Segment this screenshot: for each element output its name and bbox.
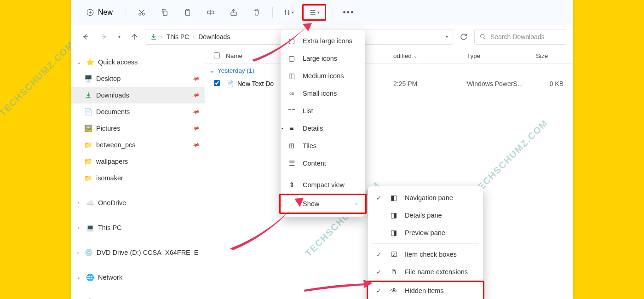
delete-button[interactable] (247, 4, 266, 21)
sidebar-dvd[interactable]: ›💿DVD Drive (D:) CCSA_X64FRE_EN-US_D (71, 244, 205, 261)
chevron-down-icon: ⌄ (414, 53, 417, 58)
separator (272, 7, 273, 18)
menu-label: Large icons (303, 55, 337, 62)
search-input[interactable]: Search Downloads (474, 29, 566, 45)
rename-button[interactable] (201, 4, 220, 21)
menu-tiles[interactable]: ⊞Tiles (281, 137, 365, 155)
back-button[interactable] (78, 29, 93, 45)
menu-md-icons[interactable]: ◫Medium icons (281, 67, 365, 85)
menu-preview-pane[interactable]: ◨Preview pane (368, 224, 483, 242)
sidebar-folder-between-pcs[interactable]: 📁between_pcs📌 (71, 137, 205, 153)
menu-separator (372, 243, 479, 244)
content-icon: ☰ (287, 160, 296, 167)
menu-label: File name extensions (405, 268, 468, 276)
collapse-icon: ⌄ (75, 59, 82, 65)
paste-button[interactable] (178, 4, 197, 21)
rename-icon (207, 8, 215, 17)
pc-icon: 💻 (86, 224, 94, 232)
breadcrumb-root[interactable]: This PC (167, 33, 190, 40)
md-icons-icon: ◫ (287, 72, 296, 80)
menu-content[interactable]: ☰Content (281, 155, 365, 172)
menu-hidden-items[interactable]: ✓👁Hidden items (367, 281, 484, 299)
menu-list[interactable]: ≡≡List (281, 102, 365, 120)
file-icon: 🗎 (389, 268, 398, 276)
sort-icon (283, 9, 291, 16)
column-type[interactable]: Type (467, 52, 536, 59)
menu-label: Preview pane (405, 229, 445, 236)
file-type: Windows PowerS... (467, 80, 536, 87)
menu-show[interactable]: Show› (279, 194, 367, 214)
sidebar-quick-access[interactable]: ⌄ ⭐ Quick access (71, 54, 205, 70)
sidebar-label: Desktop (96, 75, 121, 82)
column-date-label: odified (393, 52, 412, 59)
sort-button[interactable]: ▾ (279, 4, 298, 21)
chevron-right-icon: › (193, 34, 195, 40)
column-headers: Name odified⌄ Type Size (205, 48, 573, 64)
sidebar-folder-wallpapers[interactable]: 📁wallpapers (71, 153, 205, 170)
sidebar-network[interactable]: ›🌐Network (71, 269, 205, 286)
file-date: 2:25 PM (393, 80, 467, 87)
up-button[interactable] (126, 29, 142, 45)
pin-icon: 📌 (192, 108, 201, 116)
menu-details-pane[interactable]: ◨Details pane (368, 207, 483, 224)
row-checkbox[interactable] (214, 80, 226, 87)
menu-nav-pane[interactable]: ✓◧Navigation pane (368, 189, 483, 207)
column-size[interactable]: Size (536, 52, 573, 59)
sidebar-documents[interactable]: 📄Documents📌 (71, 104, 205, 120)
sidebar-this-pc[interactable]: ›💻This PC (71, 219, 205, 236)
new-button[interactable]: New (80, 6, 119, 19)
copy-button[interactable] (155, 4, 174, 21)
sidebar-pictures[interactable]: 🖼️Pictures📌 (71, 120, 205, 137)
sidebar-label: between_pcs (96, 141, 135, 149)
more-button[interactable]: ••• (339, 4, 358, 21)
expand-icon: › (75, 200, 82, 206)
details-icon: ≡ (287, 125, 296, 132)
scissors-icon (138, 8, 146, 17)
clipboard-icon (184, 8, 192, 17)
menu-sm-icons[interactable]: ▫▫Small icons (281, 85, 365, 102)
search-placeholder: Search Downloads (490, 33, 545, 40)
refresh-button[interactable] (456, 29, 472, 45)
recent-button[interactable]: ▾ (115, 29, 124, 45)
menu-label: Extra large icons (303, 37, 352, 45)
new-button-label: New (98, 8, 113, 17)
file-row[interactable]: 📄New Text Do 2:25 PM Windows PowerS... 0… (205, 76, 573, 92)
group-header[interactable]: ⌄Yesterday (1) (205, 64, 573, 76)
menu-label: Medium icons (303, 72, 344, 80)
sidebar-onedrive[interactable]: ›☁️OneDrive (71, 195, 205, 211)
view-button[interactable]: ▾ (302, 4, 326, 21)
copy-icon (161, 8, 169, 17)
expand-icon: › (75, 225, 82, 230)
forward-button[interactable] (96, 29, 112, 45)
select-all-checkbox[interactable] (214, 52, 226, 60)
menu-compact[interactable]: ⇕Compact view (281, 176, 365, 194)
xl-icons-icon: ▢ (287, 37, 296, 45)
sidebar-label: Downloads (96, 92, 129, 99)
expand-icon: › (75, 275, 82, 280)
nav-pane-icon: ◧ (389, 194, 398, 201)
chevron-down-icon[interactable]: ▾ (446, 34, 448, 39)
cut-button[interactable] (132, 4, 151, 21)
tiles-icon: ⊞ (287, 142, 296, 150)
list-view-icon (309, 9, 316, 16)
arrow-right-icon (100, 33, 108, 41)
share-button[interactable] (224, 4, 243, 21)
menu-label: Content (303, 160, 326, 167)
menu-details[interactable]: •≡Details (281, 120, 365, 137)
show-submenu: ✓◧Navigation pane ◨Details pane ◨Preview… (368, 186, 483, 299)
sidebar-linux[interactable]: ›🐧Linux (71, 294, 205, 299)
sidebar-desktop[interactable]: 🖥️Desktop📌 (71, 70, 205, 87)
sidebar-folder-isomaker[interactable]: 📁isomaker (71, 170, 205, 186)
menu-xl-icons[interactable]: ▢Extra large icons (281, 32, 365, 50)
column-date[interactable]: odified⌄ (393, 52, 467, 59)
sidebar-downloads[interactable]: Downloads📌 (71, 87, 205, 104)
chevron-down-icon: ▾ (317, 10, 320, 15)
menu-lg-icons[interactable]: ▢Large icons (281, 50, 365, 67)
menu-item-checks[interactable]: ✓☑Item check boxes (368, 246, 483, 263)
pin-icon: 📌 (192, 124, 201, 132)
toolbar: New ▾ ▾ ••• (71, 0, 573, 25)
menu-label: List (303, 107, 313, 115)
breadcrumb-folder[interactable]: Downloads (198, 33, 230, 40)
menu-file-ext[interactable]: ✓🗎File name extensions (368, 263, 483, 281)
separator (333, 7, 333, 18)
